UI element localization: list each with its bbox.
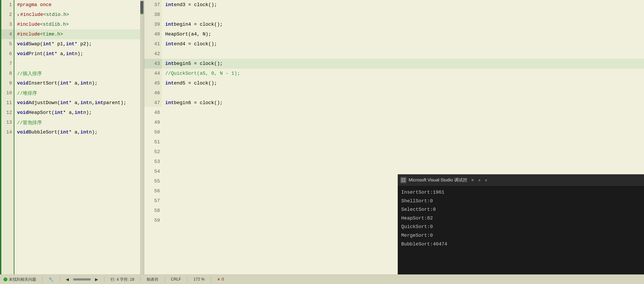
line-num-4: 4 [1,29,14,39]
r-line-num-44: 44 [144,69,162,78]
right-code-content[interactable]: int end3 = clock(); int begin4 = clock()… [162,0,644,107]
r-line-num-42: 42 [144,49,162,59]
r-line-num-55: 55 [144,176,162,186]
status-no-issues-text: 未找到相关问题 [9,277,36,282]
status-divider-6 [187,277,188,282]
console-output-3: SelectSort:0 [401,205,640,214]
console-output-4: HeapSort:82 [401,214,640,223]
console-title: Microsoft Visual Studio 调试控 [409,177,467,183]
line-num-11: 11 [1,98,14,108]
status-scroll-indicator [73,278,91,281]
line-num-3: 3 [1,19,14,29]
line-num-12: 12 [1,108,14,118]
svg-rect-2 [402,180,403,182]
code-line-6: void Print(int* a, int n); [14,49,144,59]
line-num-2: 2 [1,10,14,19]
console-body: InsertSort:1961 ShellSort:0 SelectSort:0… [398,186,644,275]
r-line-num-45: 45 [144,78,162,88]
r-code-line-41: int end4 = clock(); [162,39,644,49]
status-row-col: 行: 4 字符: 18 [110,277,134,282]
r-line-num-53: 53 [144,157,162,167]
main-editor: 1 2 3 4 5 6 7 8 9 10 11 12 13 14 [0,0,644,275]
line-num-6: 6 [1,49,14,59]
status-ok-icon [4,278,8,282]
r-code-line-37: int end3 = clock(); [162,0,644,10]
console-close-button[interactable]: ✕ [471,177,474,183]
status-zoom: 172 % [194,277,205,282]
r-line-num-49: 49 [144,118,162,127]
r-code-line-43: int begin5 = clock(); [162,59,644,69]
line-num-7: 7 [1,59,14,69]
console-app-icon [400,177,406,183]
console-output-6: MergeSort:0 [401,231,640,240]
status-divider-2 [60,277,60,282]
status-divider-3 [104,277,104,282]
r-code-line-40: HeapSort(a4, N); [162,29,644,39]
left-code-panel: 1 2 3 4 5 6 7 8 9 10 11 12 13 14 [0,0,144,275]
console-output-5: QuickSort:0 [401,223,640,231]
left-scrollbar[interactable] [140,0,144,275]
r-line-num-41: 41 [144,39,162,49]
status-nav-left[interactable]: ◀ [66,277,69,282]
console-dropdown-button[interactable]: ∨ [485,178,487,183]
r-line-num-51: 51 [144,137,162,147]
r-code-line-39: int begin4 = clock(); [162,19,644,29]
minimap-highlight [140,13,144,14]
status-wrench[interactable]: 🔧 [48,277,54,282]
line-num-1: 1 [1,0,14,10]
r-code-line-45: int end5 = clock(); [162,78,644,88]
line-num-13: 13 [1,118,14,127]
console-header: Microsoft Visual Studio 调试控 ✕ ＋ ∨ [398,175,644,186]
r-line-num-57: 57 [144,196,162,206]
line-num-10: 10 [1,88,14,98]
console-add-button[interactable]: ＋ [477,177,482,183]
r-line-num-48: 48 [144,108,162,118]
left-line-numbers: 1 2 3 4 5 6 7 8 9 10 11 12 13 14 [1,0,14,275]
line-num-14: 14 [1,127,14,137]
r-line-num-39: 39 [144,19,162,29]
debug-console: Microsoft Visual Studio 调试控 ✕ ＋ ∨ Insert… [398,174,644,275]
code-line-5: void Swap(int* p1, int* p2); [14,39,144,49]
r-code-line-46 [162,88,644,98]
r-line-num-43: 43 [144,59,162,69]
r-line-num-37: 37 [144,0,162,10]
svg-rect-0 [402,178,403,180]
line-num-9: 9 [1,78,14,88]
status-divider-4 [140,277,140,282]
console-output-7: BubbleSort:40474 [401,240,640,249]
status-nav-right[interactable]: ▶ [95,277,98,282]
left-code-content[interactable]: #pragma once ∨#include <stdio.h> #includ… [14,0,144,275]
r-line-num-46: 46 [144,88,162,98]
status-no-issues: 未找到相关问题 [4,277,36,282]
status-line-ending: CRLF [171,277,181,282]
code-line-3: #include <stdlib.h> [14,19,144,29]
r-line-num-56: 56 [144,186,162,196]
left-scrollbar-thumb[interactable] [140,1,144,14]
status-divider-7 [211,277,211,282]
r-line-num-54: 54 [144,167,162,176]
r-code-line-42 [162,49,644,59]
r-code-line-38 [162,10,644,19]
code-line-13: //冒泡排序 [14,118,144,127]
r-line-num-50: 50 [144,127,162,137]
r-line-num-38: 38 [144,10,162,19]
code-line-2: ∨#include <stdio.h> [14,10,144,19]
code-line-12: void HeapSort(int* a, int n); [14,108,144,118]
r-line-num-59: 59 [144,216,162,225]
r-line-num-40: 40 [144,29,162,39]
right-line-numbers: 37 38 39 40 41 42 43 44 45 46 47 48 49 5… [144,0,162,107]
code-line-11: void AdjustDown(int* a, int n, int paren… [14,98,144,108]
r-line-num-47: 47 [144,98,162,108]
right-code-panel: 37 38 39 40 41 42 43 44 45 46 47 48 49 5… [144,0,644,275]
status-encoding: 制表符 [147,277,158,282]
status-divider-1 [42,277,42,282]
line-num-5: 5 [1,39,14,49]
svg-rect-3 [404,180,405,182]
r-line-num-58: 58 [144,206,162,216]
svg-rect-1 [404,178,405,180]
code-line-1: #pragma once [14,0,144,10]
code-line-9: void InsertSort(int* a, int n); [14,78,144,88]
r-code-line-47: int begin6 = clock(); [162,98,644,107]
status-error-count: ✕ 0 [217,277,224,282]
code-line-7 [14,59,144,69]
